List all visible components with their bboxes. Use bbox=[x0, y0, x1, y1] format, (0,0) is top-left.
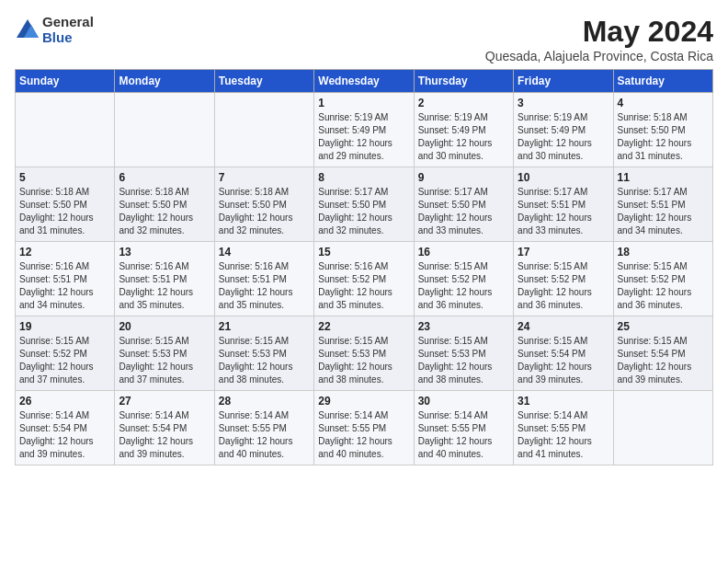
calendar-cell: 1Sunrise: 5:19 AMSunset: 5:49 PMDaylight… bbox=[314, 93, 414, 167]
day-info: Sunrise: 5:18 AMSunset: 5:50 PMDaylight:… bbox=[119, 186, 210, 237]
calendar-cell: 6Sunrise: 5:18 AMSunset: 5:50 PMDaylight… bbox=[115, 167, 214, 242]
calendar-cell: 29Sunrise: 5:14 AMSunset: 5:55 PMDayligh… bbox=[314, 391, 414, 465]
calendar-cell: 2Sunrise: 5:19 AMSunset: 5:49 PMDaylight… bbox=[414, 93, 513, 167]
day-number: 12 bbox=[19, 246, 110, 259]
day-number: 1 bbox=[318, 97, 409, 109]
day-info: Sunrise: 5:16 AMSunset: 5:51 PMDaylight:… bbox=[19, 260, 110, 312]
calendar-cell: 7Sunrise: 5:18 AMSunset: 5:50 PMDaylight… bbox=[214, 167, 313, 242]
day-info: Sunrise: 5:19 AMSunset: 5:49 PMDaylight:… bbox=[518, 111, 609, 163]
logo: General Blue bbox=[15, 15, 94, 45]
calendar-cell: 24Sunrise: 5:15 AMSunset: 5:54 PMDayligh… bbox=[514, 316, 613, 391]
calendar-cell: 22Sunrise: 5:15 AMSunset: 5:53 PMDayligh… bbox=[314, 316, 414, 391]
calendar-cell: 31Sunrise: 5:14 AMSunset: 5:55 PMDayligh… bbox=[514, 391, 613, 465]
calendar-cell bbox=[214, 93, 313, 167]
day-number: 2 bbox=[418, 97, 509, 109]
col-wednesday: Wednesday bbox=[314, 70, 414, 93]
day-info: Sunrise: 5:17 AMSunset: 5:51 PMDaylight:… bbox=[618, 186, 709, 237]
calendar-cell: 13Sunrise: 5:16 AMSunset: 5:51 PMDayligh… bbox=[115, 242, 214, 316]
day-number: 7 bbox=[219, 171, 310, 184]
calendar-cell: 30Sunrise: 5:14 AMSunset: 5:55 PMDayligh… bbox=[414, 391, 513, 465]
day-number: 30 bbox=[418, 395, 509, 408]
day-number: 27 bbox=[119, 395, 210, 408]
day-number: 10 bbox=[518, 171, 609, 184]
day-number: 17 bbox=[518, 246, 609, 259]
calendar-body: 1Sunrise: 5:19 AMSunset: 5:49 PMDaylight… bbox=[16, 93, 713, 465]
calendar-header-row: Sunday Monday Tuesday Wednesday Thursday… bbox=[16, 70, 713, 93]
day-number: 8 bbox=[318, 171, 409, 184]
day-info: Sunrise: 5:16 AMSunset: 5:51 PMDaylight:… bbox=[119, 260, 210, 312]
calendar-cell: 5Sunrise: 5:18 AMSunset: 5:50 PMDaylight… bbox=[16, 167, 115, 242]
logo-text: General Blue bbox=[42, 15, 94, 45]
calendar-cell: 23Sunrise: 5:15 AMSunset: 5:53 PMDayligh… bbox=[414, 316, 513, 391]
day-info: Sunrise: 5:14 AMSunset: 5:54 PMDaylight:… bbox=[19, 409, 110, 461]
day-info: Sunrise: 5:19 AMSunset: 5:49 PMDaylight:… bbox=[318, 111, 409, 163]
calendar-cell: 18Sunrise: 5:15 AMSunset: 5:52 PMDayligh… bbox=[613, 242, 712, 316]
day-info: Sunrise: 5:15 AMSunset: 5:54 PMDaylight:… bbox=[518, 335, 609, 386]
calendar-title: May 2024 bbox=[485, 15, 713, 49]
calendar-location: Quesada, Alajuela Province, Costa Rica bbox=[485, 49, 713, 63]
calendar-cell: 27Sunrise: 5:14 AMSunset: 5:54 PMDayligh… bbox=[115, 391, 214, 465]
day-info: Sunrise: 5:18 AMSunset: 5:50 PMDaylight:… bbox=[618, 111, 709, 163]
logo-icon bbox=[15, 17, 40, 43]
calendar-cell: 20Sunrise: 5:15 AMSunset: 5:53 PMDayligh… bbox=[115, 316, 214, 391]
calendar-week-5: 26Sunrise: 5:14 AMSunset: 5:54 PMDayligh… bbox=[16, 391, 713, 465]
day-number: 3 bbox=[518, 97, 609, 109]
day-info: Sunrise: 5:17 AMSunset: 5:50 PMDaylight:… bbox=[318, 186, 409, 237]
day-info: Sunrise: 5:15 AMSunset: 5:52 PMDaylight:… bbox=[518, 260, 609, 312]
day-info: Sunrise: 5:14 AMSunset: 5:54 PMDaylight:… bbox=[119, 409, 210, 461]
calendar-cell: 10Sunrise: 5:17 AMSunset: 5:51 PMDayligh… bbox=[514, 167, 613, 242]
day-number: 5 bbox=[19, 171, 110, 184]
day-info: Sunrise: 5:18 AMSunset: 5:50 PMDaylight:… bbox=[219, 186, 310, 237]
day-number: 6 bbox=[119, 171, 210, 184]
day-number: 21 bbox=[219, 320, 310, 333]
col-thursday: Thursday bbox=[414, 70, 513, 93]
calendar-cell: 28Sunrise: 5:14 AMSunset: 5:55 PMDayligh… bbox=[214, 391, 313, 465]
day-number: 22 bbox=[318, 320, 409, 333]
day-number: 14 bbox=[219, 246, 310, 259]
day-number: 31 bbox=[518, 395, 609, 408]
calendar-week-4: 19Sunrise: 5:15 AMSunset: 5:52 PMDayligh… bbox=[16, 316, 713, 391]
calendar-week-2: 5Sunrise: 5:18 AMSunset: 5:50 PMDaylight… bbox=[16, 167, 713, 242]
calendar-cell: 21Sunrise: 5:15 AMSunset: 5:53 PMDayligh… bbox=[214, 316, 313, 391]
day-info: Sunrise: 5:15 AMSunset: 5:53 PMDaylight:… bbox=[418, 335, 509, 386]
day-info: Sunrise: 5:15 AMSunset: 5:53 PMDaylight:… bbox=[119, 335, 210, 386]
day-number: 23 bbox=[418, 320, 509, 333]
day-number: 13 bbox=[119, 246, 210, 259]
calendar-cell: 14Sunrise: 5:16 AMSunset: 5:51 PMDayligh… bbox=[214, 242, 313, 316]
day-info: Sunrise: 5:16 AMSunset: 5:52 PMDaylight:… bbox=[318, 260, 409, 312]
day-number: 18 bbox=[618, 246, 709, 259]
day-info: Sunrise: 5:14 AMSunset: 5:55 PMDaylight:… bbox=[518, 409, 609, 461]
col-saturday: Saturday bbox=[613, 70, 712, 93]
day-info: Sunrise: 5:15 AMSunset: 5:54 PMDaylight:… bbox=[618, 335, 709, 386]
day-number: 4 bbox=[618, 97, 709, 109]
calendar-week-1: 1Sunrise: 5:19 AMSunset: 5:49 PMDaylight… bbox=[16, 93, 713, 167]
calendar-cell: 3Sunrise: 5:19 AMSunset: 5:49 PMDaylight… bbox=[514, 93, 613, 167]
day-number: 16 bbox=[418, 246, 509, 259]
day-info: Sunrise: 5:15 AMSunset: 5:53 PMDaylight:… bbox=[318, 335, 409, 386]
calendar-cell: 12Sunrise: 5:16 AMSunset: 5:51 PMDayligh… bbox=[16, 242, 115, 316]
day-number: 26 bbox=[19, 395, 110, 408]
day-info: Sunrise: 5:14 AMSunset: 5:55 PMDaylight:… bbox=[318, 409, 409, 461]
day-number: 29 bbox=[318, 395, 409, 408]
col-sunday: Sunday bbox=[16, 70, 115, 93]
day-info: Sunrise: 5:15 AMSunset: 5:52 PMDaylight:… bbox=[19, 335, 110, 386]
calendar-week-3: 12Sunrise: 5:16 AMSunset: 5:51 PMDayligh… bbox=[16, 242, 713, 316]
calendar-cell: 15Sunrise: 5:16 AMSunset: 5:52 PMDayligh… bbox=[314, 242, 414, 316]
calendar-cell: 11Sunrise: 5:17 AMSunset: 5:51 PMDayligh… bbox=[613, 167, 712, 242]
day-info: Sunrise: 5:19 AMSunset: 5:49 PMDaylight:… bbox=[418, 111, 509, 163]
day-number: 25 bbox=[618, 320, 709, 333]
calendar-cell: 16Sunrise: 5:15 AMSunset: 5:52 PMDayligh… bbox=[414, 242, 513, 316]
day-info: Sunrise: 5:17 AMSunset: 5:50 PMDaylight:… bbox=[418, 186, 509, 237]
calendar-cell bbox=[16, 93, 115, 167]
logo-blue-text: Blue bbox=[42, 30, 94, 46]
title-block: May 2024 Quesada, Alajuela Province, Cos… bbox=[485, 15, 713, 63]
day-info: Sunrise: 5:15 AMSunset: 5:52 PMDaylight:… bbox=[618, 260, 709, 312]
day-info: Sunrise: 5:16 AMSunset: 5:51 PMDaylight:… bbox=[219, 260, 310, 312]
day-info: Sunrise: 5:14 AMSunset: 5:55 PMDaylight:… bbox=[219, 409, 310, 461]
calendar-cell: 9Sunrise: 5:17 AMSunset: 5:50 PMDaylight… bbox=[414, 167, 513, 242]
calendar-cell bbox=[613, 391, 712, 465]
calendar-cell: 17Sunrise: 5:15 AMSunset: 5:52 PMDayligh… bbox=[514, 242, 613, 316]
logo-general-text: General bbox=[42, 15, 94, 30]
day-number: 20 bbox=[119, 320, 210, 333]
calendar-cell bbox=[115, 93, 214, 167]
